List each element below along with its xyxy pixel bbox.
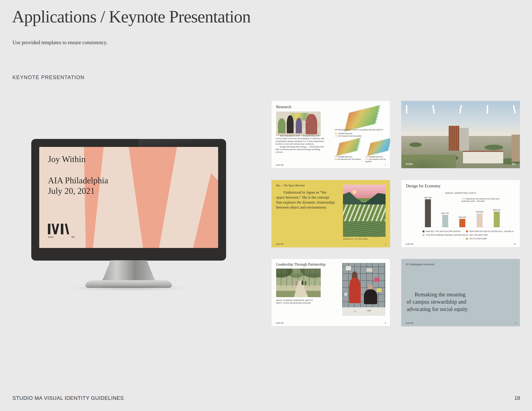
slide-footer-page: 14 — [514, 243, 516, 245]
chart-bar — [477, 213, 483, 227]
slide-footer-brand: studio Ma — [276, 322, 284, 324]
slide-footer-page: 2 — [385, 243, 386, 245]
photo-copper-tower — [449, 126, 459, 151]
photo-shelf-box — [374, 278, 379, 282]
chart-bar-slot: $319,990 — [473, 196, 486, 227]
slide-footer: studio Ma 4 — [276, 322, 386, 324]
bar-value-label: $359,130 — [493, 209, 500, 211]
stat-label: Daylight Autonomy — [339, 133, 352, 134]
chart-bar-slot: $967,300 — [422, 196, 434, 227]
bar-value-label: $225,200 — [459, 216, 466, 218]
section-label: KEYNOTE PRESENTATION — [12, 75, 85, 80]
chart-bar-slot: $287,100 — [439, 196, 452, 227]
legend-row: PTAC WITH HYDRONIC HEATING & CENTRAL BOI… — [423, 234, 468, 236]
slide-cover-event: AIA Philadelphia — [48, 175, 108, 186]
daylight-diagram-2 — [336, 137, 361, 156]
stat-percent: 55% — [365, 156, 369, 158]
photo-figure-dark — [364, 289, 377, 304]
slide-title: Leadership Through Partnership — [276, 262, 325, 267]
legend-row: SPLIT VRV HEAT PUMP — [466, 234, 514, 236]
caption-right: RIGHT: STUDIO MA WORKING SESSION — [276, 302, 313, 304]
washington-quote: Remaking the meaning of campus stewardsh… — [407, 291, 468, 313]
photo-work-table — [342, 307, 385, 316]
quote-line: of campus stewardship and — [407, 298, 468, 306]
chart-bar — [442, 215, 448, 227]
research-paragraph-2: Energy Modeling Beta Testing → Partnersh… — [276, 145, 325, 154]
legend-row: SPLIT DX HEAT PUMP — [466, 238, 514, 240]
photo-shelf-box — [366, 268, 372, 272]
legend-label: BASE BID - PTAC WITH ELECTRIC HEATING — [426, 231, 461, 232]
slide-header: 03. Washington University — [406, 263, 434, 266]
forest-path-photo — [276, 269, 321, 297]
legend-swatch — [423, 231, 424, 232]
quote-line: Remaking the meaning — [407, 291, 468, 298]
photo-building — [512, 135, 520, 161]
photo-figure — [287, 115, 294, 133]
legend-label: PTAC WITH HYDRONIC HEATING & CENTRAL BOI… — [426, 234, 468, 236]
page-title: Applications / Keynote Presentation — [12, 7, 251, 27]
legend-row: HEAT PUMP WITH GEO-EX SYSTEM (FULL - 269… — [466, 231, 514, 232]
document-page-number: 18 — [514, 395, 520, 401]
photo-figure-red-sweater — [349, 278, 361, 303]
legend-row: BASE BID - PTAC WITH ELECTRIC HEATING — [423, 231, 468, 232]
logo-tick-mark — [406, 105, 407, 113]
legend-label: SPLIT VRV HEAT PUMP — [469, 234, 488, 236]
photo-figure — [278, 118, 286, 133]
stat-percent: 17% — [335, 135, 338, 137]
stat-percent: 97% — [335, 156, 338, 158]
slide-footer-page: 4 — [385, 322, 386, 324]
photo-captions: ABOVE: PLANNING WORKSHOP, SEATTLE RIGHT:… — [276, 299, 313, 304]
legend-swatch — [423, 234, 424, 236]
diagram-caption: OPTIMIZED FACETS WITH GLAZING FACING NOR… — [335, 129, 383, 131]
page-subtitle: Use provided templates to ensure consist… — [12, 39, 107, 46]
stat-label: EUI reduction from the baseline — [339, 135, 362, 137]
guidelines-page: Applications / Keynote Presentation Use … — [0, 0, 532, 411]
daylight-stat-1: 99% Daylight Autonomy 17% EUI reduction … — [335, 132, 362, 137]
daylight-stat-2: 97% Daylight Autonomy 8% EUI reduction f… — [335, 156, 361, 160]
logo-word-studio: studio — [48, 236, 54, 238]
research-paragraph-1: State Department 2050 → In partnership w… — [276, 134, 325, 145]
daylight-diagram-3 — [367, 137, 390, 156]
stat-label: Daylight Autonomy — [339, 156, 352, 158]
photo-figure — [298, 281, 300, 285]
monitor-screen: Joy Within AIA Philadelphia July 20, 202… — [39, 147, 218, 248]
monitor-stand-neck — [101, 260, 156, 281]
slide-footer: studio Ma 2 — [276, 243, 386, 245]
workshop-photo — [276, 112, 321, 136]
document-footer: STUDIO MA VISUAL IDENTITY GUIDELINES — [12, 395, 124, 401]
slide-footer-brand: studio Ma — [276, 164, 284, 166]
stat-label: EUI reduction from the baseline — [337, 158, 361, 160]
slide-footer-page: 3 — [515, 322, 516, 324]
slide-research-title: Research — [276, 104, 291, 109]
working-session-photo — [342, 263, 385, 316]
overlay-word-studio: studio — [406, 163, 413, 166]
photo-shelf-box — [377, 288, 381, 292]
overlay-word-ma: Ma — [512, 163, 515, 166]
slide-thumbnail-research: Research State Department 2050 → In part… — [272, 101, 390, 168]
slide-cover-subtitle: AIA Philadelphia July 20, 2021 — [48, 175, 108, 196]
photo-caption: KANNON-IN, TOTTORI JAPAN — [343, 238, 368, 240]
legend-label: HEAT PUMP WITH GEO-EX SYSTEM (FULL - 269… — [469, 231, 514, 232]
bar-value-label: $287,100 — [442, 212, 449, 214]
space-between-body: Understood in Japan as “the space betwee… — [276, 190, 335, 210]
annual-costs-bar-chart: $967,300$287,100$225,200$319,990$359,130 — [422, 196, 503, 227]
monitor-shadow — [43, 283, 214, 292]
research-body-text: State Department 2050 → In partnership w… — [276, 134, 325, 154]
monitor-mockup: Joy Within AIA Philadelphia July 20, 202… — [31, 139, 226, 261]
slide-footer: studio Ma 3 — [406, 322, 516, 324]
photo-figure — [296, 118, 302, 133]
logo-tick-mark — [487, 105, 488, 113]
stat-percent: 17% — [365, 158, 369, 160]
bar-value-label: $319,990 — [476, 211, 483, 213]
photo-figure — [302, 280, 303, 285]
photo-white-building — [463, 151, 503, 163]
chart-bar-slot: $359,130 — [490, 196, 503, 227]
legend-swatch — [466, 234, 468, 236]
slide-cover-date: July 20, 2021 — [48, 186, 108, 196]
photo-figure — [296, 281, 297, 286]
slide-footer-brand: studio Ma — [276, 243, 284, 245]
stat-label: Daylight Autonomy — [369, 156, 383, 158]
photo-foreground-green — [401, 155, 456, 168]
chart-legend-right: HEAT PUMP WITH GEO-EX SYSTEM (FULL - 269… — [466, 231, 514, 242]
chart-bar — [459, 219, 465, 227]
